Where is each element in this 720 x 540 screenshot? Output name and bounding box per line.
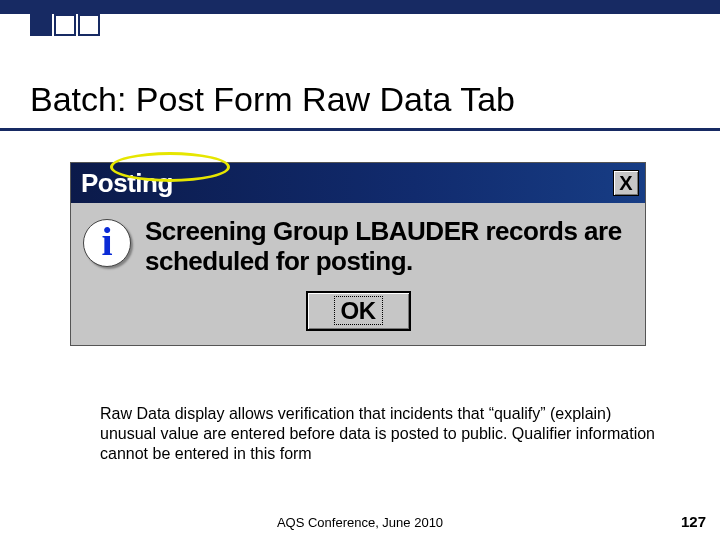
dialog-body: i Screening Group LBAUDER records are sc… [71,203,645,285]
ornament-square [78,14,100,36]
info-icon: i [83,219,131,267]
ornament-square [54,14,76,36]
slide-top-stripe [0,0,720,14]
dialog-window: Posting X i Screening Group LBAUDER reco… [70,162,646,346]
slide-note: Raw Data display allows verification tha… [100,404,660,464]
footer-conference: AQS Conference, June 2010 [0,515,720,530]
ornament-square-filled [30,14,52,36]
dialog-message: Screening Group LBAUDER records are sche… [145,217,633,277]
dialog-titlebar: Posting X [71,163,645,203]
slide-title: Batch: Post Form Raw Data Tab [30,80,515,119]
title-underline [0,128,720,131]
close-button[interactable]: X [613,170,639,196]
ok-button[interactable]: OK [306,291,411,331]
dialog-title-text: Posting [81,168,173,199]
ok-button-label: OK [334,296,383,325]
dialog-actions: OK [71,285,645,345]
page-number: 127 [681,513,706,530]
info-icon-letter: i [101,222,112,262]
slide-top-ornament [30,14,100,36]
close-icon: X [619,172,632,195]
